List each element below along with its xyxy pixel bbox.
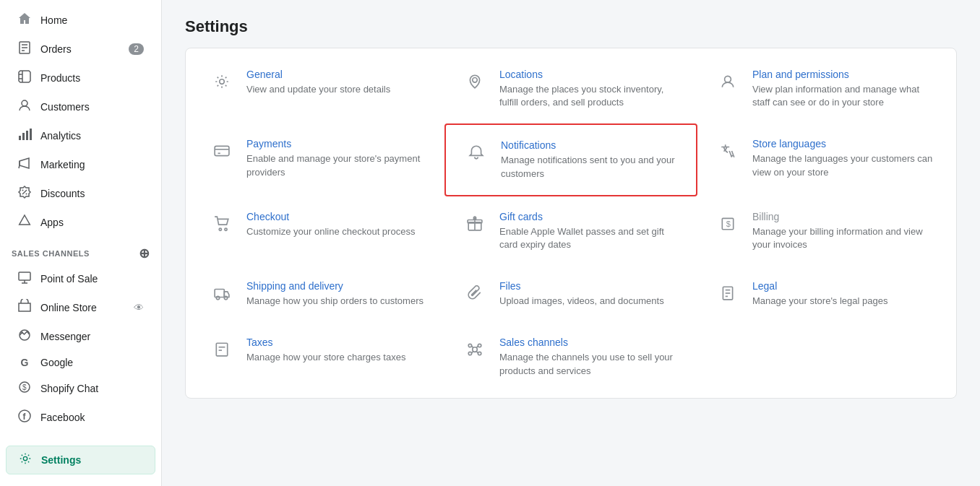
- svg-rect-12: [19, 272, 30, 280]
- locations-description: Manage the places you stock inventory, f…: [499, 83, 680, 109]
- locations-icon: [462, 69, 488, 95]
- settings-grid: GeneralView and update your store detail…: [192, 54, 950, 392]
- marketing-icon: [17, 156, 32, 173]
- sidebar-item-facebook[interactable]: f Facebook: [6, 403, 155, 432]
- customers-icon: [17, 98, 32, 116]
- sidebar-item-home[interactable]: Home: [6, 6, 155, 35]
- sidebar-item-label: Point of Sale: [40, 273, 98, 285]
- settings-item-plan-and-permissions[interactable]: Plan and permissionsView plan informatio…: [697, 54, 950, 123]
- settings-item-sales-channels[interactable]: Sales channelsManage the channels you us…: [444, 322, 697, 391]
- sidebar-item-label: Analytics: [40, 130, 81, 142]
- svg-point-18: [23, 456, 27, 460]
- svg-point-10: [22, 190, 24, 191]
- point-of-sale-icon: [17, 270, 32, 287]
- sidebar-item-customers[interactable]: Customers: [6, 92, 155, 121]
- checkout-icon: [209, 211, 235, 237]
- legal-description: Manage your store's legal pages: [752, 295, 933, 308]
- files-description: Upload images, videos, and documents: [499, 295, 680, 308]
- sales-channels-description: Manage the channels you use to sell your…: [499, 351, 680, 377]
- shopify-chat-icon: $: [17, 380, 32, 397]
- svg-point-19: [220, 79, 225, 84]
- legal-title: Legal: [752, 280, 933, 292]
- sidebar-item-google[interactable]: G Google: [6, 351, 155, 374]
- sidebar-item-label: Messenger: [40, 331, 90, 342]
- sidebar-item-label: Orders: [40, 43, 72, 55]
- settings-item-files[interactable]: FilesUpload images, videos, and document…: [444, 266, 697, 322]
- svg-rect-6: [22, 133, 25, 140]
- analytics-icon: [17, 127, 32, 144]
- svg-rect-5: [19, 136, 21, 140]
- settings-item-legal[interactable]: LegalManage your store's legal pages: [697, 266, 950, 322]
- facebook-icon: f: [17, 409, 32, 426]
- svg-rect-7: [26, 131, 28, 140]
- settings-icon: [18, 452, 33, 468]
- sidebar-item-messenger[interactable]: Messenger: [6, 322, 155, 351]
- sales-channels-icon: [462, 337, 488, 363]
- svg-rect-31: [215, 290, 224, 298]
- svg-rect-22: [215, 147, 229, 156]
- orders-icon: [17, 40, 32, 58]
- settings-item-payments[interactable]: PaymentsEnable and manage your store's p…: [192, 123, 444, 196]
- sidebar-item-point-of-sale[interactable]: Point of Sale: [6, 264, 155, 293]
- taxes-icon: [209, 337, 235, 363]
- sidebar-item-label: Online Store: [40, 302, 97, 313]
- settings-item-notifications[interactable]: NotificationsManage notifications sent t…: [444, 123, 697, 196]
- sidebar-item-label: Apps: [40, 217, 64, 228]
- svg-point-43: [478, 344, 481, 347]
- sidebar-item-discounts[interactable]: Discounts: [6, 179, 155, 208]
- sidebar-item-apps[interactable]: Apps: [6, 208, 155, 237]
- sidebar-item-shopify-chat[interactable]: $ Shopify Chat: [6, 374, 155, 403]
- settings-item-checkout[interactable]: CheckoutCustomize your online checkout p…: [192, 196, 444, 266]
- settings-item-taxes[interactable]: TaxesManage how your store charges taxes: [192, 322, 444, 391]
- sidebar-item-products[interactable]: Products: [6, 64, 155, 92]
- svg-text:$: $: [22, 383, 27, 391]
- main-content: Settings GeneralView and update your sto…: [162, 0, 980, 486]
- settings-card: GeneralView and update your store detail…: [185, 48, 957, 399]
- sidebar-item-analytics[interactable]: Analytics: [6, 121, 155, 150]
- settings-item-billing[interactable]: $BillingManage your billing information …: [697, 196, 950, 266]
- settings-item-locations[interactable]: LocationsManage the places you stock inv…: [444, 54, 697, 123]
- svg-point-44: [468, 352, 471, 355]
- notifications-icon: [463, 139, 489, 165]
- settings-item-shipping-and-delivery[interactable]: Shipping and deliveryManage how you ship…: [192, 266, 444, 322]
- svg-rect-38: [216, 344, 227, 357]
- svg-point-13: [20, 330, 30, 340]
- legal-icon: [715, 280, 741, 306]
- shipping-and-delivery-description: Manage how you ship orders to customers: [246, 295, 427, 308]
- sidebar-item-orders[interactable]: Orders 2: [6, 35, 155, 64]
- sidebar-item-label: Products: [40, 72, 80, 84]
- sidebar-item-marketing[interactable]: Marketing: [6, 150, 155, 179]
- svg-point-42: [468, 344, 471, 347]
- svg-point-45: [478, 352, 481, 355]
- page-title: Settings: [185, 17, 957, 36]
- apps-icon: [17, 214, 32, 231]
- plan-and-permissions-title: Plan and permissions: [752, 69, 933, 80]
- billing-icon: $: [715, 211, 741, 237]
- online-store-icon: [17, 299, 32, 316]
- sales-channels-title: Sales channels: [499, 337, 680, 348]
- billing-title: Billing: [752, 211, 933, 222]
- sidebar: Home Orders 2 Products Customers Analy: [0, 0, 162, 486]
- svg-text:$: $: [726, 220, 731, 228]
- svg-rect-8: [30, 129, 32, 140]
- gift-cards-title: Gift cards: [499, 211, 680, 222]
- notifications-description: Manage notifications sent to you and you…: [501, 154, 679, 180]
- svg-point-32: [216, 297, 219, 300]
- add-sales-channel-button[interactable]: ⊕: [139, 246, 150, 261]
- store-languages-description: Manage the languages your customers can …: [752, 152, 933, 178]
- sales-channels-section: SALES CHANNELS ⊕: [0, 237, 161, 264]
- svg-text:f: f: [23, 412, 27, 422]
- settings-item-general[interactable]: GeneralView and update your store detail…: [192, 54, 444, 123]
- billing-description: Manage your billing information and view…: [752, 225, 933, 251]
- notifications-title: Notifications: [501, 139, 679, 151]
- sidebar-item-online-store[interactable]: Online Store 👁: [6, 293, 155, 322]
- payments-icon: [209, 138, 235, 164]
- settings-item-gift-cards[interactable]: Gift cardsEnable Apple Wallet passes and…: [444, 196, 697, 266]
- plan-and-permissions-description: View plan information and manage what st…: [752, 83, 933, 109]
- orders-badge: 2: [129, 43, 144, 55]
- gift-cards-icon: [462, 211, 488, 237]
- sidebar-item-settings[interactable]: Settings: [6, 446, 155, 474]
- settings-item-store-languages[interactable]: Store languagesManage the languages your…: [697, 123, 950, 196]
- files-title: Files: [499, 280, 680, 292]
- sidebar-item-label: Facebook: [40, 412, 85, 423]
